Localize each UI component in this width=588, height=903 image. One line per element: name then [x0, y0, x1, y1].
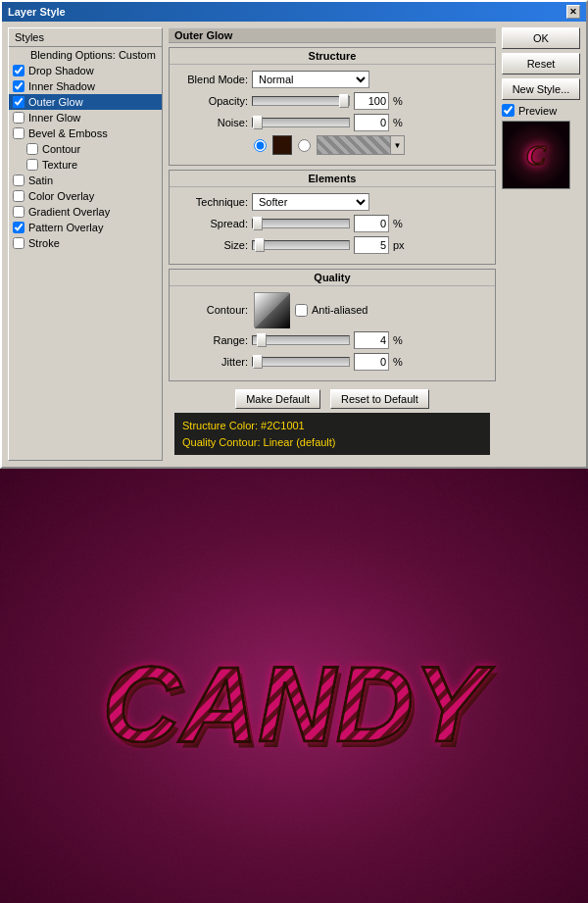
range-value-input[interactable] — [354, 331, 389, 349]
jitter-slider-container: % — [252, 353, 485, 371]
blend-mode-row: Blend Mode: Normal Dissolve Multiply Scr… — [179, 71, 485, 88]
anti-aliased-checkbox[interactable] — [295, 304, 308, 317]
sidebar-item-label-drop-shadow: Drop Shadow — [28, 65, 94, 76]
contour-label: Contour: — [179, 304, 248, 316]
noise-row: Noise: % — [179, 114, 485, 131]
tooltip-line2: Quality Contour: Linear (default) — [182, 434, 482, 451]
checkbox-inner-glow[interactable] — [13, 112, 24, 124]
sidebar-item-outer-glow[interactable]: Outer Glow — [9, 94, 162, 110]
outer-glow-title: Outer Glow — [174, 29, 232, 41]
sidebar-item-drop-shadow[interactable]: Drop Shadow — [9, 63, 162, 78]
anti-alias-row: Anti-aliased — [295, 304, 368, 317]
contour-preview-svg — [255, 293, 290, 328]
range-label: Range: — [179, 334, 248, 346]
sidebar-item-label-inner-glow: Inner Glow — [28, 112, 80, 124]
spread-value-input[interactable] — [354, 215, 389, 232]
styles-header: Styles — [9, 28, 162, 47]
dialog-titlebar: Layer Style ✕ — [2, 2, 586, 22]
technique-label: Technique: — [179, 196, 248, 208]
tooltip-line1: Structure Color: #2C1001 — [182, 418, 482, 434]
ok-button[interactable]: OK — [502, 27, 580, 49]
size-value-input[interactable] — [354, 236, 389, 254]
checkbox-outer-glow[interactable] — [13, 96, 24, 108]
noise-slider[interactable] — [252, 118, 350, 127]
checkbox-pattern-overlay[interactable] — [13, 222, 24, 233]
sidebar-item-texture[interactable]: Texture — [9, 157, 162, 173]
elements-section: Elements Technique: Softer Precise Sprea… — [169, 170, 496, 265]
preview-label: Preview — [518, 105, 557, 117]
range-slider[interactable] — [252, 335, 350, 345]
radio-solid-input[interactable] — [254, 139, 267, 152]
sidebar-item-bevel-emboss[interactable]: Bevel & Emboss — [9, 125, 162, 141]
technique-row: Technique: Softer Precise — [179, 193, 485, 211]
checkbox-bevel-emboss[interactable] — [13, 127, 24, 139]
checkbox-contour[interactable] — [26, 143, 38, 155]
sidebar-item-blending-options[interactable]: Blending Options: Custom — [9, 47, 162, 63]
radio-gradient-input[interactable] — [298, 139, 311, 152]
structure-color-swatch[interactable] — [272, 135, 292, 155]
technique-select[interactable]: Softer Precise — [252, 193, 369, 211]
preview-checkbox[interactable] — [502, 104, 514, 117]
jitter-value-input[interactable] — [354, 353, 389, 371]
reset-button[interactable]: Reset — [502, 53, 580, 75]
close-icon: ✕ — [569, 7, 577, 17]
checkbox-inner-shadow[interactable] — [13, 80, 24, 92]
size-slider[interactable] — [252, 240, 350, 250]
checkbox-satin[interactable] — [13, 175, 24, 186]
preview-thumbnail-svg: C — [503, 122, 569, 188]
radio-gradient[interactable] — [298, 139, 311, 152]
sidebar-item-label-texture: Texture — [42, 159, 77, 171]
opacity-slider-container: % — [252, 92, 485, 110]
jitter-label: Jitter: — [179, 356, 248, 368]
sidebar-item-label-inner-shadow: Inner Shadow — [28, 80, 95, 92]
sidebar-item-label-bevel-emboss: Bevel & Emboss — [28, 127, 108, 139]
opacity-label: Opacity: — [179, 95, 248, 107]
size-row: Size: px — [179, 236, 485, 254]
noise-label: Noise: — [179, 117, 248, 128]
sidebar-item-stroke[interactable]: Stroke — [9, 235, 162, 251]
radio-solid[interactable] — [254, 139, 267, 152]
checkbox-texture[interactable] — [26, 159, 38, 171]
noise-slider-container: % — [252, 114, 485, 131]
opacity-slider[interactable] — [252, 96, 350, 106]
dialog-body: Styles Blending Options: CustomDrop Shad… — [2, 22, 586, 467]
blend-mode-select[interactable]: Normal Dissolve Multiply Screen Overlay — [252, 71, 369, 88]
sidebar-item-label-contour: Contour — [42, 143, 80, 155]
checkbox-gradient-overlay[interactable] — [13, 206, 24, 218]
sidebar-item-label-outer-glow: Outer Glow — [28, 96, 83, 108]
reset-to-default-button[interactable]: Reset to Default — [330, 389, 429, 409]
dialog-close-button[interactable]: ✕ — [566, 5, 580, 19]
checkbox-drop-shadow[interactable] — [13, 65, 24, 76]
gradient-preview[interactable]: ▼ — [317, 135, 405, 155]
spread-unit: % — [393, 218, 407, 229]
canvas-area: CANDY CANDY — [0, 469, 588, 903]
checkbox-stroke[interactable] — [13, 237, 24, 249]
preview-thumbnail: C — [502, 121, 570, 189]
jitter-slider[interactable] — [252, 357, 350, 367]
new-style-button[interactable]: New Style... — [502, 78, 580, 100]
sidebar-item-label-blending-options: Blending Options: Custom — [30, 49, 156, 61]
spread-slider-container: % — [252, 215, 485, 232]
sidebar-item-label-stroke: Stroke — [28, 237, 60, 249]
range-row: Range: % — [179, 331, 485, 349]
checkbox-color-overlay[interactable] — [13, 190, 24, 202]
sidebar-item-inner-glow[interactable]: Inner Glow — [9, 110, 162, 125]
sidebar-item-satin[interactable]: Satin — [9, 173, 162, 188]
sidebar-item-contour[interactable]: Contour — [9, 141, 162, 157]
opacity-row: Opacity: % — [179, 92, 485, 110]
sidebar-item-inner-shadow[interactable]: Inner Shadow — [9, 78, 162, 94]
gradient-dropdown-arrow[interactable]: ▼ — [390, 136, 404, 154]
spread-slider[interactable] — [252, 219, 350, 228]
make-default-button[interactable]: Make Default — [235, 389, 320, 409]
sidebar-item-gradient-overlay[interactable]: Gradient Overlay — [9, 204, 162, 220]
color-row: ▼ — [179, 135, 485, 155]
noise-value-input[interactable] — [354, 114, 389, 131]
quality-section: Quality Contour: — [169, 269, 496, 381]
contour-preview[interactable] — [254, 292, 289, 327]
sidebar-item-label-gradient-overlay: Gradient Overlay — [28, 206, 110, 218]
range-slider-container: % — [252, 331, 485, 349]
opacity-value-input[interactable] — [354, 92, 389, 110]
sidebar-item-color-overlay[interactable]: Color Overlay — [9, 188, 162, 204]
sidebar-item-pattern-overlay[interactable]: Pattern Overlay — [9, 220, 162, 235]
size-slider-container: px — [252, 236, 485, 254]
